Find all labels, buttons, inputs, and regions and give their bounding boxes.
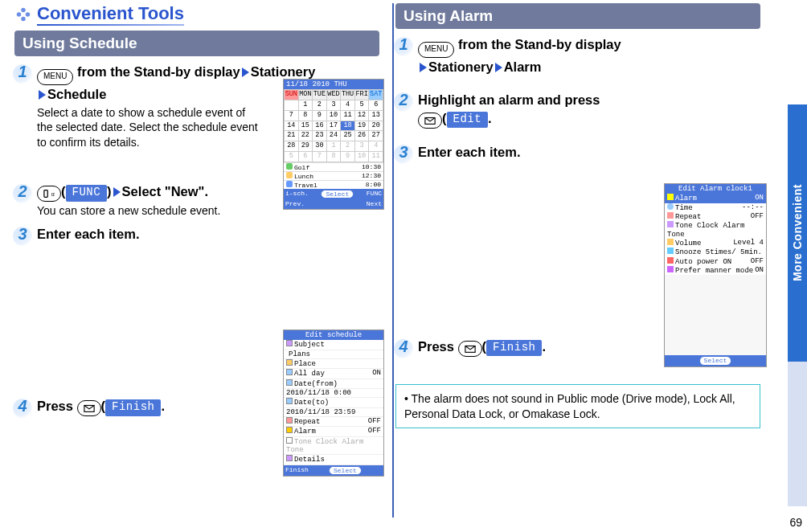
alarm-step-4: 4 Press (Finish. (395, 338, 760, 357)
softkey-finish: Finish (486, 340, 542, 357)
calendar-grid: SUN MON TUE WED THU FRI SAT 123456 78910… (284, 89, 383, 162)
chapter-title-row: Convenient Tools (14, 3, 379, 26)
svg-point-4 (22, 13, 25, 16)
page-number: 69 (789, 516, 802, 529)
alarm-step-1: 1 MENU from the Stand-by displayStatione… (395, 35, 760, 76)
step-1-sub: Select a date to show a schedule event o… (37, 105, 262, 151)
alarm-step-4-text: Press (Finish. (418, 338, 760, 357)
svg-point-1 (17, 12, 22, 17)
arrow-icon (113, 187, 121, 197)
mail-key[interactable] (77, 400, 101, 416)
alarm-step-3: 3 Enter each item. (395, 143, 760, 162)
softkey-func: FUNC (66, 185, 108, 202)
section-heading-alarm: Using Alarm (395, 3, 760, 29)
svg-rect-5 (44, 190, 47, 198)
menu-key[interactable]: MENU (418, 42, 454, 58)
step-2: 2 α(FUNC)Select "New". You can store a n… (14, 182, 379, 219)
step-number: 3 (395, 143, 412, 162)
arrow-icon (420, 63, 427, 72)
calendar-header: 11/18 2010 THU (284, 80, 383, 89)
side-tab: More Convenient (788, 104, 807, 362)
step-number: 2 (14, 182, 31, 202)
note-box: • The alarm does not sound in Public mod… (395, 384, 760, 429)
flower-icon (14, 6, 32, 23)
step-number: 4 (395, 338, 412, 357)
svg-text:α: α (51, 191, 55, 197)
alarm-step-2-text: Highlight an alarm and press (Edit. (418, 91, 760, 129)
arrow-icon (242, 68, 249, 77)
alarm-step-3-text: Enter each item. (418, 143, 760, 162)
alarm-step-1-text: MENU from the Stand-by displayStationery… (418, 35, 760, 76)
chapter-title: Convenient Tools (37, 3, 184, 26)
softkey-finish: Finish (105, 399, 161, 416)
i-appli-key[interactable]: α (37, 186, 61, 202)
step-number: 1 (14, 63, 31, 82)
step-4-text: Press (Finish. (37, 397, 379, 416)
mail-key[interactable] (458, 341, 482, 357)
svg-point-0 (21, 8, 26, 13)
softkey-edit: Edit (447, 112, 489, 129)
step-number: 1 (395, 35, 412, 55)
arrow-icon (39, 90, 46, 100)
svg-point-3 (21, 17, 26, 22)
note-text: The alarm does not sound in Public mode … (404, 392, 735, 420)
side-tab-gray (788, 362, 807, 506)
step-number: 3 (14, 225, 31, 244)
step-2-text: α(FUNC)Select "New". (37, 182, 379, 202)
section-heading-schedule: Using Schedule (14, 31, 379, 56)
alarm-step-2: 2 Highlight an alarm and press (Edit. (395, 91, 760, 129)
menu-key[interactable]: MENU (37, 69, 73, 85)
step-number: 2 (395, 91, 412, 110)
mail-key[interactable] (418, 113, 442, 129)
side-tab-label: More Convenient (791, 184, 804, 281)
arrow-icon (495, 63, 502, 72)
step-3-text: Enter each item. (37, 225, 379, 243)
step-2-sub: You can store a new schedule event. (37, 203, 379, 219)
step-4: 4 Press (Finish. (14, 397, 379, 416)
step-number: 4 (14, 397, 31, 416)
step-3: 3 Enter each item. (14, 225, 379, 244)
svg-point-2 (26, 12, 31, 17)
